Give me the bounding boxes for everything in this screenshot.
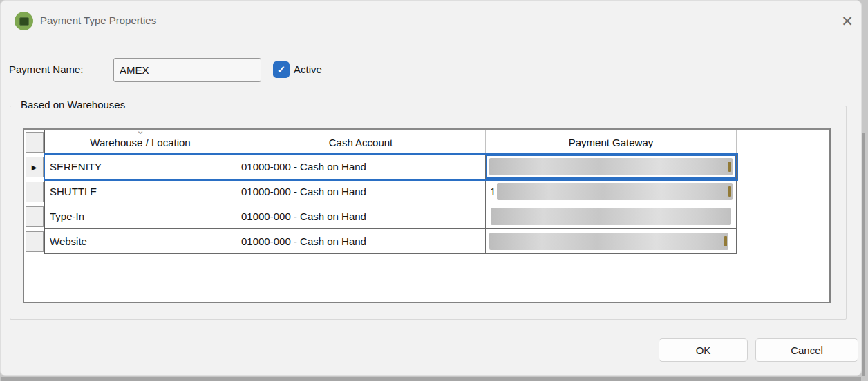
- row-header-cell[interactable]: [26, 206, 44, 227]
- table-row-website[interactable]: Website 01000-000 - Cash on Hand: [24, 229, 829, 254]
- column-header-payment-gateway[interactable]: Payment Gateway: [486, 130, 737, 155]
- payment-gateway-cell[interactable]: 1: [486, 179, 737, 204]
- table-row-serenity[interactable]: ▶ SERENITY 01000-000 - Cash on Hand: [24, 155, 829, 179]
- payment-gateway-cell[interactable]: [486, 204, 737, 229]
- row-header-column: [24, 179, 45, 204]
- cash-account-cell[interactable]: 01000-000 - Cash on Hand: [236, 155, 486, 179]
- redaction-edge-artifact: [728, 186, 731, 197]
- warehouse-cell[interactable]: Type-In: [45, 204, 236, 229]
- sort-indicator-icon: ⌄: [136, 130, 145, 135]
- table-row-type-in[interactable]: Type-In 01000-000 - Cash on Hand: [24, 204, 829, 229]
- warehouse-cell[interactable]: SERENITY: [45, 155, 236, 179]
- title-bar: Payment Type Properties ✕: [1, 1, 861, 39]
- payment-gateway-cell[interactable]: [486, 229, 737, 254]
- background-window-edge: [862, 133, 865, 376]
- cancel-button[interactable]: Cancel: [755, 338, 858, 362]
- redacted-gateway-value: [491, 208, 731, 225]
- app-icon: [15, 12, 33, 30]
- app-icon-glyph: [19, 17, 29, 26]
- warehouses-grid: ⌄ Warehouse / Location Cash Account Paym…: [23, 128, 831, 303]
- redaction-edge-artifact: [728, 162, 731, 172]
- cash-account-cell[interactable]: 01000-000 - Cash on Hand: [236, 204, 486, 229]
- row-header-corner-cell[interactable]: [26, 132, 44, 153]
- row-header-column: ▶: [24, 155, 45, 179]
- dialog-bottom-shadow: [1, 377, 861, 381]
- grid-row-filler: [737, 204, 829, 229]
- row-header-cell[interactable]: [26, 182, 44, 202]
- payment-type-properties-dialog: Payment Type Properties ✕ Payment Name: …: [0, 0, 862, 376]
- grid-row-filler: [737, 229, 829, 254]
- column-header-warehouse[interactable]: ⌄ Warehouse / Location: [45, 130, 236, 155]
- row-header-column: [24, 229, 45, 254]
- dialog-title: Payment Type Properties: [40, 14, 156, 26]
- active-checkbox-label: Active: [294, 63, 322, 75]
- row-header-cell[interactable]: [26, 231, 44, 252]
- row-indicator-icon: ▶: [32, 164, 37, 171]
- close-icon[interactable]: ✕: [833, 9, 862, 34]
- cash-account-cell[interactable]: 01000-000 - Cash on Hand: [236, 229, 486, 254]
- redacted-gateway-value: [489, 233, 728, 250]
- grid-header-filler: [737, 130, 829, 155]
- grid-row-filler: [737, 179, 829, 204]
- payment-name-label: Payment Name:: [9, 63, 84, 75]
- active-checkbox[interactable]: ✓: [273, 61, 290, 78]
- row-header-corner: [24, 130, 45, 155]
- warehouse-cell[interactable]: SHUTTLE: [45, 179, 236, 204]
- table-row-shuttle[interactable]: SHUTTLE 01000-000 - Cash on Hand 1: [24, 179, 829, 204]
- grid-header-row: ⌄ Warehouse / Location Cash Account Paym…: [24, 130, 829, 155]
- redaction-edge-artifact: [724, 236, 727, 246]
- row-header-column: [24, 204, 45, 229]
- payment-gateway-cell[interactable]: [486, 155, 737, 179]
- gateway-visible-prefix: 1: [488, 186, 496, 197]
- payment-name-input[interactable]: [113, 58, 261, 82]
- warehouse-cell[interactable]: Website: [45, 229, 236, 254]
- ok-button[interactable]: OK: [659, 338, 748, 362]
- groupbox-label: Based on Warehouses: [17, 99, 129, 110]
- cash-account-cell[interactable]: 01000-000 - Cash on Hand: [236, 179, 486, 204]
- redacted-gateway-value: [497, 183, 733, 200]
- column-header-cash-account[interactable]: Cash Account: [236, 130, 486, 155]
- current-row-indicator[interactable]: ▶: [26, 157, 44, 177]
- redacted-gateway-value: [489, 158, 733, 175]
- grid-row-filler: [737, 155, 829, 179]
- checkmark-icon: ✓: [277, 63, 286, 76]
